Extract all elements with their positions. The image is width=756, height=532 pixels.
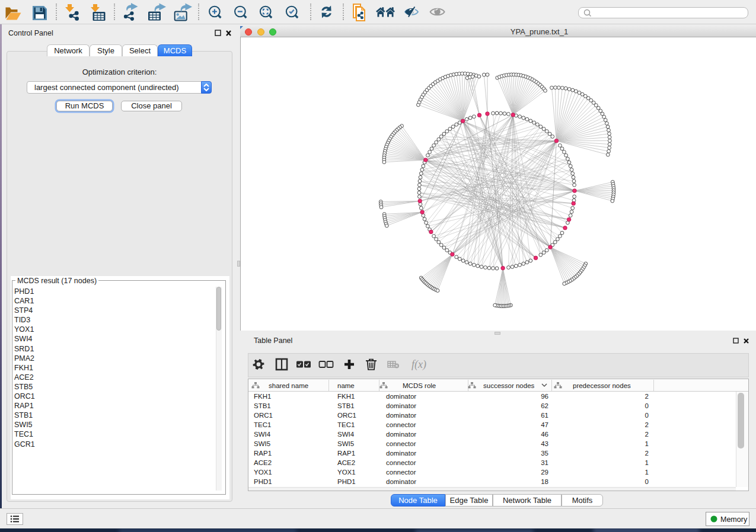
svg-text:Memory: Memory bbox=[720, 515, 748, 524]
svg-text:f(x): f(x) bbox=[412, 358, 426, 371]
